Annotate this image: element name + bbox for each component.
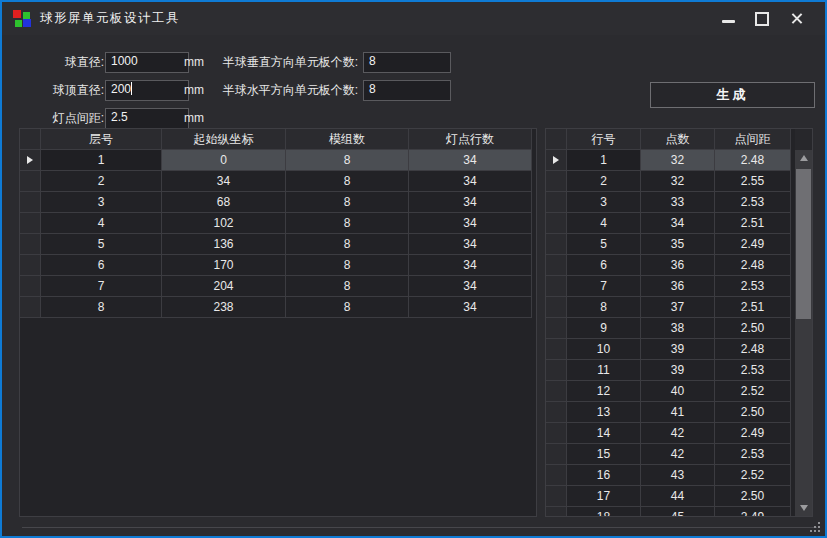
row-header[interactable] (20, 255, 41, 276)
cell[interactable]: 39 (641, 360, 715, 381)
titlebar[interactable]: 球形屏单元板设计工具 (2, 2, 825, 35)
cell[interactable]: 2.53 (715, 444, 791, 465)
row-header[interactable] (546, 192, 567, 213)
cell[interactable]: 2.53 (715, 360, 791, 381)
close-button[interactable] (779, 6, 813, 32)
cell[interactable]: 8 (286, 213, 409, 234)
row-header[interactable] (546, 381, 567, 402)
column-header[interactable]: 行号 (567, 129, 641, 150)
cell[interactable]: 2.49 (715, 507, 791, 516)
grid-corner[interactable] (20, 129, 41, 150)
column-header[interactable]: 点数 (641, 129, 715, 150)
row-header[interactable] (546, 402, 567, 423)
cell[interactable]: 36 (641, 255, 715, 276)
column-header[interactable]: 点间距 (715, 129, 791, 150)
row-header[interactable] (546, 507, 567, 516)
column-header[interactable]: 模组数 (286, 129, 409, 150)
row-header[interactable] (546, 297, 567, 318)
row-header[interactable] (546, 234, 567, 255)
row-header[interactable] (20, 150, 41, 171)
row-header[interactable] (546, 465, 567, 486)
scroll-down-button[interactable] (795, 500, 812, 516)
cell[interactable]: 6 (567, 255, 641, 276)
cell[interactable]: 16 (567, 465, 641, 486)
cell[interactable]: 2 (567, 171, 641, 192)
cell[interactable]: 42 (641, 423, 715, 444)
cell[interactable]: 102 (162, 213, 286, 234)
cell[interactable]: 32 (641, 171, 715, 192)
row-header[interactable] (546, 423, 567, 444)
cell[interactable]: 42 (641, 444, 715, 465)
cell[interactable]: 4 (567, 213, 641, 234)
cell[interactable]: 2.48 (715, 255, 791, 276)
row-header[interactable] (546, 150, 567, 171)
cell[interactable]: 4 (41, 213, 162, 234)
cell[interactable]: 2.50 (715, 318, 791, 339)
cell[interactable]: 15 (567, 444, 641, 465)
generate-button[interactable]: 生成 (650, 82, 815, 108)
cell[interactable]: 2.52 (715, 381, 791, 402)
cell[interactable]: 2.53 (715, 192, 791, 213)
grid-corner[interactable] (546, 129, 567, 150)
cell[interactable]: 34 (409, 192, 532, 213)
row-header[interactable] (546, 213, 567, 234)
cell[interactable]: 10 (567, 339, 641, 360)
cell[interactable]: 32 (641, 150, 715, 171)
cell[interactable]: 34 (409, 276, 532, 297)
cell[interactable]: 34 (409, 234, 532, 255)
cell[interactable]: 2 (41, 171, 162, 192)
cell[interactable]: 2.51 (715, 297, 791, 318)
cell[interactable]: 14 (567, 423, 641, 444)
cell[interactable]: 2.50 (715, 486, 791, 507)
vertical-scrollbar[interactable] (795, 129, 812, 516)
top-diameter-input[interactable]: 200 (105, 80, 189, 101)
cell[interactable]: 41 (641, 402, 715, 423)
row-header[interactable] (546, 276, 567, 297)
cell[interactable]: 2.50 (715, 402, 791, 423)
cell[interactable]: 36 (641, 276, 715, 297)
led-pitch-input[interactable]: 2.5 (105, 108, 189, 129)
row-header[interactable] (20, 192, 41, 213)
cell[interactable]: 45 (641, 507, 715, 516)
cell[interactable]: 17 (567, 486, 641, 507)
column-header[interactable]: 起始纵坐标 (162, 129, 286, 150)
row-header[interactable] (546, 318, 567, 339)
cell[interactable]: 2.55 (715, 171, 791, 192)
row-header[interactable] (20, 276, 41, 297)
cell[interactable]: 2.52 (715, 465, 791, 486)
row-header[interactable] (20, 297, 41, 318)
row-header[interactable] (546, 171, 567, 192)
scrollbar-thumb[interactable] (796, 169, 811, 319)
cell[interactable]: 38 (641, 318, 715, 339)
cell[interactable]: 2.49 (715, 234, 791, 255)
cell[interactable]: 8 (41, 297, 162, 318)
cell[interactable]: 238 (162, 297, 286, 318)
cell[interactable]: 39 (641, 339, 715, 360)
cell[interactable]: 170 (162, 255, 286, 276)
cell[interactable]: 13 (567, 402, 641, 423)
cell[interactable]: 8 (286, 297, 409, 318)
cell[interactable]: 37 (641, 297, 715, 318)
cell[interactable]: 40 (641, 381, 715, 402)
cell[interactable]: 7 (41, 276, 162, 297)
cell[interactable]: 8 (286, 171, 409, 192)
cell[interactable]: 2.48 (715, 339, 791, 360)
cell[interactable]: 5 (567, 234, 641, 255)
cell[interactable]: 3 (567, 192, 641, 213)
cell[interactable]: 1 (567, 150, 641, 171)
cell[interactable]: 2.51 (715, 213, 791, 234)
row-header[interactable] (546, 360, 567, 381)
cell[interactable]: 11 (567, 360, 641, 381)
row-header[interactable] (546, 486, 567, 507)
maximize-button[interactable] (745, 6, 779, 32)
cell[interactable]: 5 (41, 234, 162, 255)
cell[interactable]: 8 (286, 192, 409, 213)
cell[interactable]: 2.48 (715, 150, 791, 171)
cell[interactable]: 2.53 (715, 276, 791, 297)
cell[interactable]: 43 (641, 465, 715, 486)
cell[interactable]: 8 (567, 297, 641, 318)
cell[interactable]: 8 (286, 276, 409, 297)
column-header[interactable]: 灯点行数 (409, 129, 532, 150)
cell[interactable]: 34 (409, 213, 532, 234)
cell[interactable]: 34 (409, 150, 532, 171)
